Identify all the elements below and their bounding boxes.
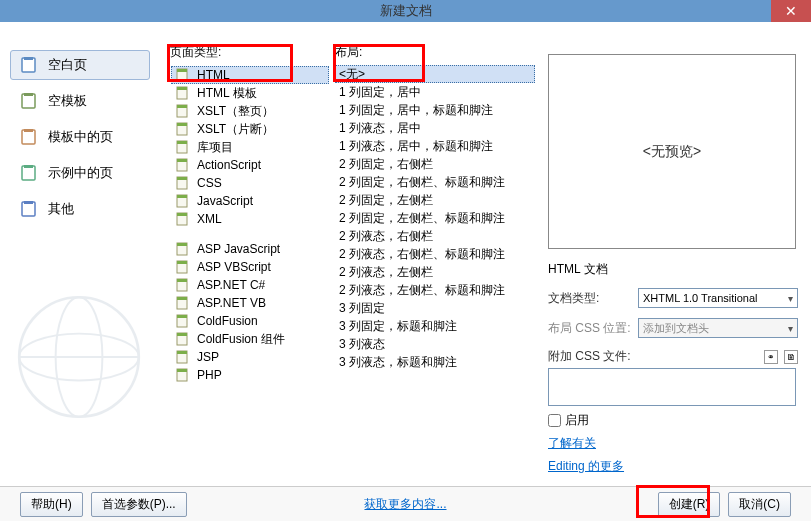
page-type-label: JavaScript: [197, 194, 253, 208]
layout-item-label: 3 列液态: [339, 336, 385, 353]
blank-page-icon: [20, 56, 40, 74]
file-icon: [175, 368, 191, 382]
preview-box: <无预览>: [548, 54, 796, 249]
layout-item[interactable]: 1 列固定，居中: [335, 83, 535, 101]
layout-item[interactable]: <无>: [335, 65, 535, 83]
page-type-label: XSLT（片断）: [197, 121, 274, 138]
get-more-link[interactable]: 获取更多内容...: [364, 496, 446, 513]
category-item-1[interactable]: 空模板: [10, 86, 150, 116]
svg-rect-43: [177, 333, 187, 336]
svg-rect-2: [22, 94, 35, 108]
main-content: 空白页空模板模板中的页示例中的页其他 页面类型: HTMLHTML 模板XSLT…: [0, 22, 811, 486]
svg-rect-31: [177, 213, 187, 216]
layout-item[interactable]: 3 列液态: [335, 335, 535, 353]
prefs-button[interactable]: 首选参数(P)...: [91, 492, 187, 517]
page-type-list[interactable]: HTMLHTML 模板XSLT（整页）XSLT（片断）库项目ActionScri…: [170, 65, 330, 505]
layout-item[interactable]: 2 列液态，左侧栏: [335, 263, 535, 281]
page-type-item[interactable]: XML: [171, 210, 329, 228]
page-type-item[interactable]: 库项目: [171, 138, 329, 156]
layout-item-label: 1 列固定，居中，标题和脚注: [339, 102, 493, 119]
page-type-item[interactable]: ASP JavaScript: [171, 240, 329, 258]
page-type-item[interactable]: HTML 模板: [171, 84, 329, 102]
enable-checkbox[interactable]: [548, 414, 561, 427]
layout-item-label: 2 列液态，右侧栏、标题和脚注: [339, 246, 505, 263]
page-type-label: ColdFusion 组件: [197, 331, 285, 348]
category-item-0[interactable]: 空白页: [10, 50, 150, 80]
page-type-item[interactable]: JSP: [171, 348, 329, 366]
page-type-label: PHP: [197, 368, 222, 382]
category-item-3[interactable]: 示例中的页: [10, 158, 150, 188]
layout-item[interactable]: 3 列固定，标题和脚注: [335, 317, 535, 335]
page-type-item[interactable]: ASP.NET VB: [171, 294, 329, 312]
svg-rect-33: [177, 243, 187, 246]
layout-item[interactable]: 1 列液态，居中: [335, 119, 535, 137]
cancel-button[interactable]: 取消(C): [728, 492, 791, 517]
layout-item[interactable]: 2 列固定，右侧栏: [335, 155, 535, 173]
svg-rect-9: [24, 201, 33, 204]
file-icon: [175, 176, 191, 190]
svg-rect-6: [22, 166, 35, 180]
file-icon: [175, 242, 191, 256]
category-item-2[interactable]: 模板中的页: [10, 122, 150, 152]
layout-item[interactable]: 3 列固定: [335, 299, 535, 317]
layout-item-label: 2 列固定，左侧栏: [339, 192, 433, 209]
svg-rect-15: [177, 69, 187, 72]
layout-item[interactable]: 3 列液态，标题和脚注: [335, 353, 535, 371]
layout-item-label: 2 列固定，右侧栏、标题和脚注: [339, 174, 505, 191]
page-type-column: 页面类型: HTMLHTML 模板XSLT（整页）XSLT（片断）库项目Acti…: [170, 44, 330, 476]
page-type-item[interactable]: ASP.NET C#: [171, 276, 329, 294]
page-type-label: XSLT（整页）: [197, 103, 274, 120]
file-icon: [175, 122, 191, 136]
file-icon: [175, 314, 191, 328]
create-button[interactable]: 创建(R): [658, 492, 721, 517]
file-icon: [175, 158, 191, 172]
doctype-select[interactable]: XHTML 1.0 Transitional: [638, 288, 798, 308]
page-type-item[interactable]: XSLT（整页）: [171, 102, 329, 120]
category-list: 空白页空模板模板中的页示例中的页其他: [10, 50, 150, 230]
layout-item-label: 3 列固定: [339, 300, 385, 317]
layout-item[interactable]: 1 列液态，居中，标题和脚注: [335, 137, 535, 155]
page-type-item[interactable]: CSS: [171, 174, 329, 192]
layout-list[interactable]: <无>1 列固定，居中1 列固定，居中，标题和脚注1 列液态，居中1 列液态，居…: [335, 65, 535, 505]
layout-item[interactable]: 2 列固定，左侧栏: [335, 191, 535, 209]
attach-css-field[interactable]: [548, 368, 796, 406]
layout-item[interactable]: 2 列液态，右侧栏、标题和脚注: [335, 245, 535, 263]
layout-item[interactable]: 2 列液态，左侧栏、标题和脚注: [335, 281, 535, 299]
layout-item[interactable]: 2 列固定，左侧栏、标题和脚注: [335, 209, 535, 227]
svg-rect-37: [177, 279, 187, 282]
learn-more-link-1[interactable]: 了解有关: [548, 435, 596, 452]
layout-item[interactable]: 2 列液态，右侧栏: [335, 227, 535, 245]
browse-css-icon[interactable]: 🗎: [784, 350, 798, 364]
page-type-item[interactable]: JavaScript: [171, 192, 329, 210]
page-type-item[interactable]: ActionScript: [171, 156, 329, 174]
page-type-label: JSP: [197, 350, 219, 364]
page-type-item[interactable]: ColdFusion 组件: [171, 330, 329, 348]
page-type-item[interactable]: XSLT（片断）: [171, 120, 329, 138]
layout-item-label: 2 列液态，左侧栏: [339, 264, 433, 281]
file-icon: [175, 278, 191, 292]
file-icon: [175, 296, 191, 310]
doc-type-description: HTML 文档: [548, 261, 798, 278]
layout-item[interactable]: 1 列固定，居中，标题和脚注: [335, 101, 535, 119]
page-type-item[interactable]: ASP VBScript: [171, 258, 329, 276]
category-item-4[interactable]: 其他: [10, 194, 150, 224]
layout-item-label: 3 列固定，标题和脚注: [339, 318, 457, 335]
layout-item[interactable]: 2 列固定，右侧栏、标题和脚注: [335, 173, 535, 191]
page-type-item[interactable]: ColdFusion: [171, 312, 329, 330]
layout-item-label: 1 列液态，居中，标题和脚注: [339, 138, 493, 155]
layout-item-label: 3 列液态，标题和脚注: [339, 354, 457, 371]
svg-rect-35: [177, 261, 187, 264]
page-type-item[interactable]: PHP: [171, 366, 329, 384]
svg-rect-27: [177, 177, 187, 180]
category-label: 空模板: [48, 92, 87, 110]
svg-rect-23: [177, 141, 187, 144]
link-css-icon[interactable]: ⚭: [764, 350, 778, 364]
help-button[interactable]: 帮助(H): [20, 492, 83, 517]
blank-template-icon: [20, 92, 40, 110]
svg-rect-17: [177, 87, 187, 90]
close-button[interactable]: ✕: [771, 0, 811, 22]
layout-item-label: 1 列固定，居中: [339, 84, 421, 101]
page-type-item[interactable]: HTML: [171, 66, 329, 84]
page-type-label: XML: [197, 212, 222, 226]
learn-more-link-2[interactable]: Editing 的更多: [548, 458, 624, 475]
